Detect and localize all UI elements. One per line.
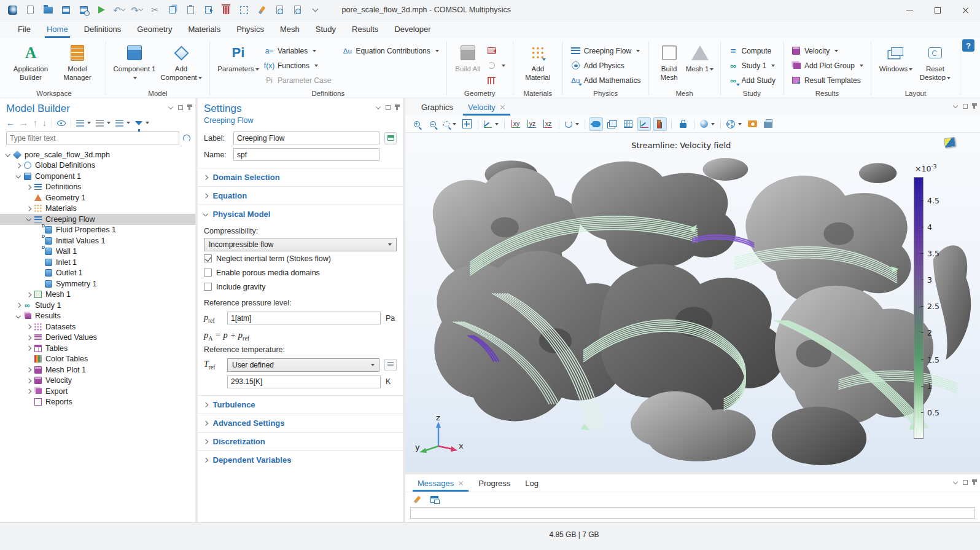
windows-button[interactable]: Windows xyxy=(876,42,916,73)
pin-panel-icon[interactable] xyxy=(396,104,398,110)
tab-materials[interactable]: Materials xyxy=(180,20,228,38)
duplicate-icon[interactable] xyxy=(201,3,215,17)
tree-item-export[interactable]: Export xyxy=(0,386,195,397)
add-component-button[interactable]: Add Component xyxy=(158,42,204,82)
panel-menu-icon[interactable] xyxy=(953,479,958,484)
section-turbulence[interactable]: Turbulence xyxy=(198,395,403,414)
compute-button[interactable]: = Compute xyxy=(726,44,778,57)
filter-options-button[interactable] xyxy=(135,121,149,125)
tab-velocity[interactable]: Velocity xyxy=(461,98,513,116)
tab-study[interactable]: Study xyxy=(308,20,344,38)
zoom-out-button[interactable]: − xyxy=(426,117,440,131)
move-up-button[interactable]: ↑ xyxy=(33,119,37,127)
ref-pressure-input[interactable] xyxy=(227,312,381,324)
tab-definitions[interactable]: Definitions xyxy=(76,20,130,38)
tree-item-materials[interactable]: Materials xyxy=(0,203,195,214)
build-mesh-button[interactable]: Build Mesh xyxy=(654,42,685,82)
float-panel-icon[interactable] xyxy=(178,105,183,110)
copy-table-button[interactable] xyxy=(429,494,440,505)
tree-item-global-definitions[interactable]: Global Definitions xyxy=(0,160,195,171)
close-tab-icon[interactable] xyxy=(500,104,505,110)
porous-media-checkbox-row[interactable]: Enable porous media domains xyxy=(204,265,397,280)
variables-button[interactable]: a= Variables xyxy=(262,44,333,57)
axis-orientation-button[interactable] xyxy=(637,117,651,131)
tree-item-definitions[interactable]: Definitions xyxy=(0,182,195,193)
porous-media-checkbox[interactable] xyxy=(204,269,212,277)
save-search-icon[interactable] xyxy=(77,3,90,17)
tree-item-fluid-properties1[interactable]: DFluid Properties 1 xyxy=(0,225,195,236)
tab-graphics[interactable]: Graphics xyxy=(414,98,461,116)
open-file-icon[interactable] xyxy=(41,3,55,17)
section-advanced-settings[interactable]: Advanced Settings xyxy=(198,414,403,432)
scene-environment-button[interactable] xyxy=(725,117,743,131)
tree-item-study1[interactable]: ∞Study 1 xyxy=(0,300,195,311)
section-domain-selection[interactable]: Domain Selection xyxy=(198,168,403,186)
find-icon[interactable] xyxy=(273,3,286,17)
redo-icon[interactable]: ↷ xyxy=(130,3,144,17)
scene-light-button[interactable] xyxy=(589,117,603,131)
tab-home[interactable]: Home xyxy=(39,20,76,38)
messages-output[interactable] xyxy=(410,507,975,519)
save-icon[interactable] xyxy=(59,3,72,17)
neglect-inertial-checkbox-row[interactable]: Neglect inertial term (Stokes flow) xyxy=(204,251,397,265)
environment-reflections-button[interactable] xyxy=(605,117,619,131)
section-equation[interactable]: Equation xyxy=(198,186,403,205)
image-snapshot-button[interactable] xyxy=(745,117,759,131)
parameter-case-button[interactable]: Pi Parameter Case xyxy=(262,74,333,87)
functions-button[interactable]: f(x) Functions xyxy=(262,59,333,72)
tree-filter-input[interactable] xyxy=(6,132,179,144)
tree-item-wall1[interactable]: DWall 1 xyxy=(0,246,195,257)
tree-item-color-tables[interactable]: Color Tables xyxy=(0,354,195,365)
view-yz-button[interactable]: yz xyxy=(525,117,539,131)
application-builder-button[interactable]: A Application Builder xyxy=(7,42,54,82)
virtual-operations-button[interactable] xyxy=(484,74,508,87)
forward-button[interactable]: → xyxy=(20,119,28,127)
view-xz-button[interactable]: xz xyxy=(541,117,554,131)
expand-levels-button[interactable] xyxy=(76,120,91,127)
tree-item-root[interactable]: pore_scale_flow_3d.mph xyxy=(0,149,195,160)
tree-item-geometry1[interactable]: Geometry 1 xyxy=(0,192,195,203)
minimize-button[interactable] xyxy=(895,0,924,20)
new-file-icon[interactable] xyxy=(23,3,37,17)
add-plot-group-button[interactable]: Add Plot Group xyxy=(788,59,866,72)
tree-item-creeping-flow[interactable]: Creeping Flow xyxy=(0,214,195,225)
tree-item-datasets[interactable]: Datasets xyxy=(0,321,195,332)
model-tree-nodes-button[interactable] xyxy=(115,120,130,127)
neglect-inertial-checkbox[interactable] xyxy=(204,254,212,262)
include-gravity-checkbox-row[interactable]: Include gravity xyxy=(204,280,397,294)
pin-panel-icon[interactable] xyxy=(973,103,975,109)
parameters-button[interactable]: Pi Parameters xyxy=(215,42,262,73)
add-study-button[interactable]: ∞ Add Study xyxy=(726,74,778,87)
view-lock-button[interactable] xyxy=(676,117,690,131)
undo-icon[interactable]: ↶ xyxy=(112,3,126,17)
tree-item-outlet1[interactable]: Outlet 1 xyxy=(0,268,195,279)
view-xy-button[interactable]: xy xyxy=(509,117,523,131)
temperature-input[interactable] xyxy=(227,375,381,388)
ref-temperature-select[interactable]: User defined xyxy=(227,358,379,372)
select-box-icon[interactable] xyxy=(237,3,251,17)
tree-item-initial-values1[interactable]: DInitial Values 1 xyxy=(0,235,195,246)
panel-menu-icon[interactable] xyxy=(376,104,381,109)
toolbar-overflow-icon[interactable] xyxy=(308,3,322,17)
section-discretization[interactable]: Discretization xyxy=(198,432,403,450)
tab-developer[interactable]: Developer xyxy=(386,20,438,38)
default-view-button[interactable] xyxy=(483,117,500,131)
tree-item-tables[interactable]: Tables xyxy=(0,343,195,354)
compressibility-select[interactable]: Incompressible flow xyxy=(204,238,397,251)
tab-geometry[interactable]: Geometry xyxy=(129,20,180,38)
cut-icon[interactable]: ✂ xyxy=(148,3,161,17)
close-button[interactable] xyxy=(952,0,980,20)
label-input[interactable] xyxy=(233,132,379,144)
section-physical-model[interactable]: Physical Model xyxy=(198,205,403,223)
delete-icon[interactable] xyxy=(219,3,233,17)
tree-item-mesh1[interactable]: Mesh 1 xyxy=(0,289,195,301)
tab-file[interactable]: File xyxy=(10,20,39,38)
tree-item-mesh-plot1[interactable]: Mesh Plot 1 xyxy=(0,364,195,375)
tree-item-inlet1[interactable]: Inlet 1 xyxy=(0,257,195,268)
rotate-view-button[interactable] xyxy=(564,117,580,131)
tree-item-component1[interactable]: Component 1 xyxy=(0,171,195,182)
collapse-levels-button[interactable] xyxy=(96,120,111,127)
add-mathematics-button[interactable]: Δu Add Mathematics xyxy=(568,74,644,87)
clear-selection-icon[interactable] xyxy=(255,3,268,17)
zoom-box-button[interactable] xyxy=(442,117,457,131)
